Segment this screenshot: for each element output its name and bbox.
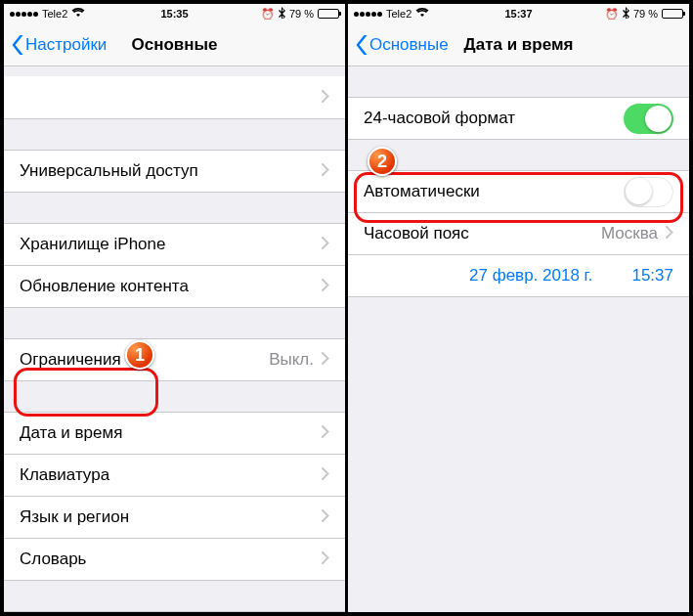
alarm-icon: ⏰ [605, 8, 619, 21]
back-label: Настройки [25, 35, 107, 55]
step-badge-1: 1 [125, 340, 154, 370]
signal-icon [10, 12, 38, 17]
chevron-right-icon [322, 88, 329, 108]
date-value[interactable]: 27 февр. 2018 г. [469, 266, 592, 286]
settings-list: Универсальный доступ Хранилище iPhone Об… [4, 66, 345, 612]
row-label: Хранилище iPhone [20, 235, 322, 254]
back-button[interactable]: Основные [356, 35, 449, 55]
row-label: Словарь [20, 550, 322, 569]
row-language-region[interactable]: Язык и регион [4, 496, 345, 539]
nav-bar: Настройки Основные [4, 23, 345, 66]
wifi-icon [71, 8, 85, 20]
chevron-right-icon [322, 277, 329, 296]
row-automatic[interactable]: Автоматически [348, 170, 689, 213]
chevron-right-icon [322, 465, 329, 485]
alarm-icon: ⏰ [261, 8, 275, 21]
toggle-24hour[interactable] [624, 104, 673, 134]
signal-icon [354, 12, 382, 17]
nav-bar: Основные Дата и время [348, 23, 689, 66]
bluetooth-icon [623, 7, 629, 21]
row-keyboard[interactable]: Клавиатура [4, 454, 345, 497]
row-background-refresh[interactable]: Обновление контента [4, 265, 345, 308]
row-label: Язык и регион [20, 507, 322, 527]
settings-list: 24-часовой формат Автоматически Часовой … [348, 66, 689, 612]
chevron-right-icon [666, 224, 673, 243]
row-detail: Москва [601, 224, 658, 243]
back-button[interactable]: Настройки [12, 35, 107, 55]
row-date-time[interactable]: Дата и время [4, 412, 345, 455]
status-bar: Tele2 15:37 ⏰ 79 % [348, 4, 689, 23]
carrier-label: Tele2 [42, 8, 67, 20]
row-24hour[interactable]: 24-часовой формат [348, 97, 689, 140]
row-label: Клавиатура [20, 465, 322, 485]
chevron-left-icon [356, 35, 368, 55]
row-label: Универсальный доступ [20, 161, 322, 181]
chevron-right-icon [322, 350, 329, 370]
row-detail: Выкл. [269, 350, 314, 370]
step-badge-2: 2 [368, 147, 397, 176]
chevron-right-icon [322, 423, 329, 443]
row-itunes-wifi-sync[interactable]: Синхронизация с iTunes по Wi-Fi [4, 611, 345, 612]
chevron-left-icon [12, 35, 23, 55]
row-storage[interactable]: Хранилище iPhone [4, 223, 345, 266]
battery-icon [318, 9, 339, 19]
right-phone: Tele2 15:37 ⏰ 79 % Основные Дата и время… [348, 4, 689, 612]
battery-icon [662, 9, 683, 19]
toggle-automatic[interactable] [624, 177, 673, 207]
row-label: Часовой пояс [364, 224, 601, 243]
row-restrictions[interactable]: Ограничения Выкл. [4, 338, 345, 381]
row-label: Обновление контента [20, 277, 322, 296]
row-date-picker[interactable]: 27 февр. 2018 г. 15:37 [348, 254, 689, 297]
row-accessibility[interactable]: Универсальный доступ [4, 150, 345, 193]
row-label: Автоматически [364, 182, 624, 201]
status-bar: Tele2 15:35 ⏰ 79 % [4, 4, 345, 23]
chevron-right-icon [322, 550, 329, 569]
left-phone: Tele2 15:35 ⏰ 79 % Настройки Основные [4, 4, 345, 612]
back-label: Основные [369, 35, 449, 55]
battery-percent: 79 % [289, 8, 314, 20]
bluetooth-icon [279, 7, 285, 21]
battery-percent: 79 % [633, 8, 658, 20]
chevron-right-icon [322, 161, 329, 181]
carrier-label: Tele2 [386, 8, 411, 20]
row-dictionary[interactable]: Словарь [4, 538, 345, 581]
wifi-icon [415, 8, 429, 20]
chevron-right-icon [322, 235, 329, 254]
row-timezone[interactable]: Часовой пояс Москва [348, 212, 689, 255]
chevron-right-icon [322, 507, 329, 527]
time-value[interactable]: 15:37 [631, 266, 673, 286]
row-partial-top[interactable] [4, 76, 345, 119]
row-label: Дата и время [20, 423, 322, 443]
row-label: 24-часовой формат [364, 109, 624, 128]
